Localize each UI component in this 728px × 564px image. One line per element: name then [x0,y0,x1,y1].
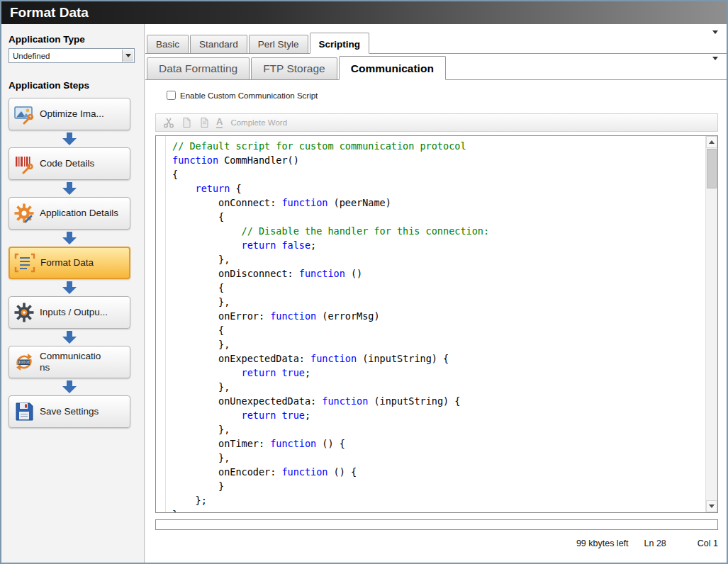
format-data-icon [14,252,35,273]
step-arrow-icon [9,279,130,296]
communications-icon: IOIOI [13,351,35,373]
script-message-field[interactable] [155,519,718,530]
application-steps-list: Optimize Ima... C [9,98,137,428]
tab-perl-style[interactable]: Perl Style [249,35,308,53]
chevron-down-icon[interactable] [712,34,718,47]
code-details-icon [13,153,35,174]
enable-script-row: Enable Custom Communication Script [167,91,318,100]
save-settings-icon [13,401,35,422]
step-arrow-icon [9,329,130,346]
application-steps-label: Application Steps [9,80,137,91]
line-status: Ln 28 [644,538,666,548]
code-editor-content[interactable]: // Default script for custom communicati… [172,139,705,512]
step-label: Application Details [40,208,118,219]
optimize-image-icon [13,103,35,125]
step-inputs-outputs[interactable]: Inputs / Outpu... [9,296,130,329]
cut-icon[interactable] [163,117,174,128]
copy-icon[interactable] [181,117,192,128]
tab-ftp-storage[interactable]: FTP Storage [251,57,337,79]
tab-communication[interactable]: Communication [339,56,446,80]
enable-custom-communication-script-label: Enable Custom Communication Script [180,91,318,100]
step-application-details[interactable]: Application Details [9,197,130,230]
step-label: Communications [40,351,105,373]
step-save-settings[interactable]: Save Settings [9,395,130,428]
tab-basic[interactable]: Basic [147,35,189,53]
dropdown-arrow-icon[interactable] [122,50,133,62]
tab-scripting[interactable]: Scripting [310,33,370,54]
editor-margin [156,136,166,512]
step-label: Format Data [40,257,94,269]
main-panel: Basic Standard Perl Style Scripting Data… [145,24,727,563]
scroll-down-button[interactable] [706,500,717,512]
step-arrow-icon [9,378,130,395]
application-details-icon [13,203,35,224]
step-arrow-icon [9,130,130,147]
paste-icon[interactable] [198,117,210,128]
step-format-data[interactable]: Format Data [9,247,130,279]
secondary-tab-bar: Data Formatting FTP Storage Communicatio… [145,56,727,80]
step-label: Code Details [40,158,94,169]
step-arrow-icon [9,230,130,247]
column-status: Col 1 [698,538,718,548]
step-communications[interactable]: IOIOI Communications [9,346,130,378]
step-code-details[interactable]: Code Details [9,147,130,180]
vertical-scrollbar[interactable] [705,136,717,512]
inputs-outputs-icon [13,302,35,323]
application-type-select[interactable]: Undefined [9,48,135,63]
step-label: Optimize Ima... [40,108,104,120]
application-type-value: Undefined [13,52,50,60]
step-optimize-image[interactable]: Optimize Ima... [9,98,130,130]
tab-standard[interactable]: Standard [190,35,247,53]
step-label: Save Settings [40,406,99,417]
editor-toolbar: A Complete Word [155,113,718,132]
scrollbar-thumb[interactable] [707,149,717,188]
bytes-left-status: 99 kbytes left [576,538,629,548]
chevron-down-icon[interactable] [712,60,718,73]
format-data-window: Format Data Application Type Undefined A… [0,0,728,564]
window-title: Format Data [10,5,89,20]
step-label: Inputs / Outpu... [40,307,108,318]
scroll-up-button[interactable] [706,136,717,148]
tab-data-formatting[interactable]: Data Formatting [147,57,250,79]
complete-word-icon[interactable]: A [216,117,223,128]
primary-tab-bar: Basic Standard Perl Style Scripting [145,33,727,54]
sidebar: Application Type Undefined Application S… [1,24,145,563]
title-bar: Format Data [1,1,727,24]
application-type-label: Application Type [9,34,137,45]
svg-text:IOIOI: IOIOI [18,360,30,364]
complete-word-label: Complete Word [230,118,287,127]
script-editor[interactable]: // Default script for custom communicati… [155,135,718,513]
step-arrow-icon [9,180,130,197]
enable-custom-communication-script-checkbox[interactable] [167,91,176,100]
status-bar: 99 kbytes left Ln 28 Col 1 [155,537,718,550]
